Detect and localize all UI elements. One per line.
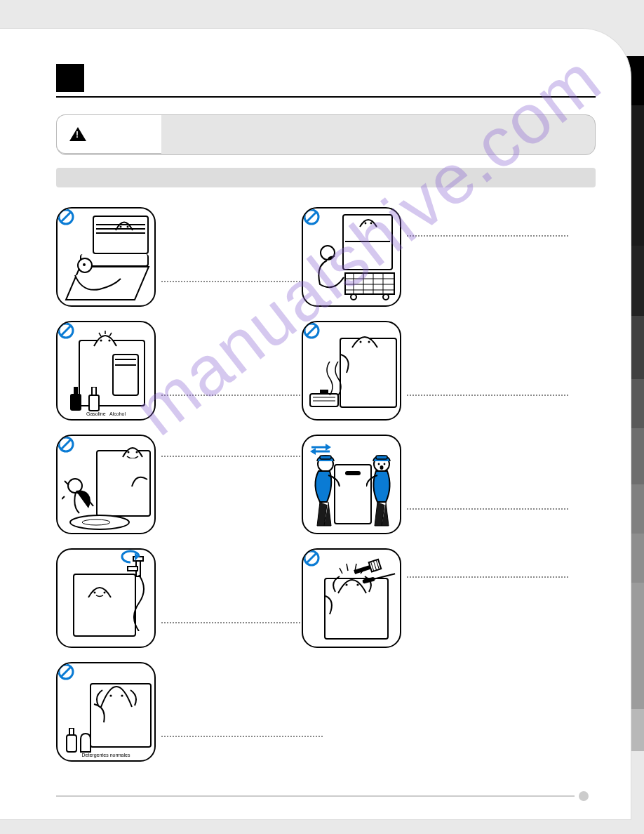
svg-point-65 xyxy=(345,583,347,585)
caption-alcohol: Alcohol xyxy=(109,411,126,416)
tile-child-pulling-rack xyxy=(302,207,428,307)
svg-point-5 xyxy=(127,226,129,228)
subheading-bar xyxy=(56,168,596,187)
caption-detergent: Detergentes normales xyxy=(58,753,154,757)
svg-point-35 xyxy=(370,223,373,225)
svg-line-33 xyxy=(307,212,316,222)
svg-rect-59 xyxy=(376,456,387,459)
warning-label xyxy=(56,114,161,154)
prohibited-icon xyxy=(303,208,320,225)
svg-rect-30 xyxy=(67,735,76,752)
caption-gasoline: Gasoline xyxy=(86,411,106,416)
svg-point-48 xyxy=(360,341,362,343)
caption-leader xyxy=(161,281,323,282)
svg-point-17 xyxy=(136,451,138,454)
page-footer xyxy=(56,791,589,801)
warning-icon xyxy=(69,127,86,141)
svg-point-60 xyxy=(378,463,380,465)
svg-point-4 xyxy=(120,226,122,228)
tile-normal-detergent: Detergentes normales xyxy=(56,662,182,762)
svg-point-20 xyxy=(94,592,96,594)
svg-point-9 xyxy=(108,339,110,341)
svg-point-34 xyxy=(365,223,367,225)
prohibited-icon xyxy=(58,436,74,453)
prohibited-icon xyxy=(58,663,74,680)
svg-rect-23 xyxy=(128,567,137,571)
page-header xyxy=(56,64,596,98)
svg-rect-73 xyxy=(375,573,396,579)
svg-rect-12 xyxy=(89,395,99,411)
svg-line-47 xyxy=(307,326,316,336)
svg-point-61 xyxy=(384,463,386,465)
svg-point-16 xyxy=(128,451,130,454)
svg-rect-72 xyxy=(362,577,375,584)
caption-leader xyxy=(161,395,323,396)
svg-point-45 xyxy=(383,294,389,300)
tile-gasoline-alcohol: Gasoline Alcohol xyxy=(56,321,182,421)
caption-leader xyxy=(407,395,568,396)
svg-rect-57 xyxy=(320,456,331,459)
prohibited-icon xyxy=(58,322,74,339)
prohibited-icon xyxy=(303,550,320,567)
tile-close-tap xyxy=(56,548,182,648)
prohibited-icon xyxy=(303,322,320,339)
svg-rect-10 xyxy=(70,394,81,411)
tile-insert-tools xyxy=(302,548,428,648)
svg-rect-31 xyxy=(69,728,74,735)
header-rule xyxy=(56,96,596,98)
svg-rect-50 xyxy=(310,394,338,406)
svg-point-49 xyxy=(368,341,370,343)
svg-point-21 xyxy=(104,592,106,594)
right-column xyxy=(302,207,428,762)
svg-rect-36 xyxy=(345,273,394,294)
caption-leader xyxy=(407,508,568,510)
tile-water-leak xyxy=(56,435,182,534)
svg-line-27 xyxy=(61,667,71,677)
tile-child-leaning-on-door xyxy=(56,207,182,307)
svg-point-66 xyxy=(356,583,358,585)
caption-leader xyxy=(407,576,568,578)
rotate-arrow-icon xyxy=(118,550,142,564)
left-column: Gasoline Alcohol xyxy=(56,207,182,762)
manual-page: Gasoline Alcohol xyxy=(0,28,631,820)
tile-two-person-carry xyxy=(302,435,428,534)
svg-line-7 xyxy=(61,326,71,336)
svg-point-62 xyxy=(380,465,384,470)
svg-rect-13 xyxy=(92,387,96,395)
svg-point-8 xyxy=(100,339,102,341)
warning-banner xyxy=(56,114,596,155)
svg-point-44 xyxy=(351,294,356,300)
svg-rect-11 xyxy=(74,387,78,394)
svg-marker-54 xyxy=(326,444,331,451)
caption-leader xyxy=(161,456,323,457)
svg-line-15 xyxy=(61,439,71,449)
caption-leader xyxy=(161,736,323,737)
svg-point-29 xyxy=(121,694,123,696)
svg-point-28 xyxy=(109,694,112,696)
section-marker xyxy=(56,64,84,92)
svg-line-64 xyxy=(307,553,316,563)
svg-point-3 xyxy=(83,263,86,266)
caption-leader xyxy=(407,235,568,237)
tile-heater-near-side xyxy=(302,321,428,421)
caption-leader xyxy=(161,622,323,623)
